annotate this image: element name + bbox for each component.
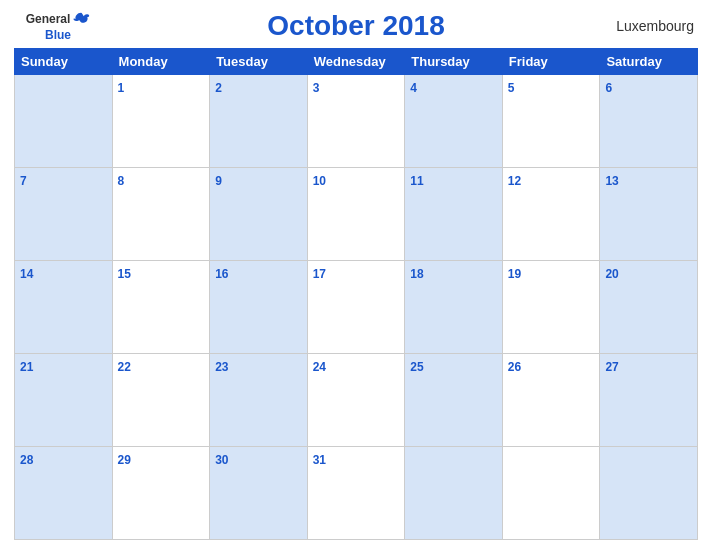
logo-bird-icon — [72, 10, 90, 28]
weekday-header-sunday: Sunday — [15, 49, 113, 75]
day-number: 24 — [313, 360, 326, 374]
day-number: 31 — [313, 453, 326, 467]
day-number: 2 — [215, 81, 222, 95]
week-row-3: 21222324252627 — [15, 354, 698, 447]
calendar-header: General Blue October 2018 Luxembourg — [14, 10, 698, 42]
calendar-cell: 8 — [112, 168, 210, 261]
calendar-cell: 17 — [307, 261, 405, 354]
calendar-cell: 7 — [15, 168, 113, 261]
calendar-cell: 9 — [210, 168, 308, 261]
day-number: 10 — [313, 174, 326, 188]
calendar-cell: 10 — [307, 168, 405, 261]
calendar-table: SundayMondayTuesdayWednesdayThursdayFrid… — [14, 48, 698, 540]
week-row-0: 123456 — [15, 75, 698, 168]
calendar-cell: 18 — [405, 261, 503, 354]
calendar-cell: 20 — [600, 261, 698, 354]
calendar-cell: 15 — [112, 261, 210, 354]
day-number: 12 — [508, 174, 521, 188]
day-number: 14 — [20, 267, 33, 281]
calendar-cell — [502, 447, 600, 540]
day-number: 15 — [118, 267, 131, 281]
weekday-header-saturday: Saturday — [600, 49, 698, 75]
weekday-header-friday: Friday — [502, 49, 600, 75]
day-number: 25 — [410, 360, 423, 374]
calendar-cell — [15, 75, 113, 168]
calendar-cell: 12 — [502, 168, 600, 261]
day-number: 28 — [20, 453, 33, 467]
calendar-cell: 1 — [112, 75, 210, 168]
calendar-cell: 6 — [600, 75, 698, 168]
calendar-cell: 23 — [210, 354, 308, 447]
day-number: 23 — [215, 360, 228, 374]
calendar-cell: 2 — [210, 75, 308, 168]
calendar-cell: 28 — [15, 447, 113, 540]
day-number: 20 — [605, 267, 618, 281]
calendar-cell: 13 — [600, 168, 698, 261]
calendar-cell: 29 — [112, 447, 210, 540]
day-number: 13 — [605, 174, 618, 188]
weekday-header-row: SundayMondayTuesdayWednesdayThursdayFrid… — [15, 49, 698, 75]
day-number: 18 — [410, 267, 423, 281]
day-number: 26 — [508, 360, 521, 374]
country-label: Luxembourg — [614, 18, 694, 34]
logo-blue-text: Blue — [45, 28, 71, 42]
week-row-2: 14151617181920 — [15, 261, 698, 354]
calendar-cell: 24 — [307, 354, 405, 447]
day-number: 21 — [20, 360, 33, 374]
calendar-cell: 31 — [307, 447, 405, 540]
day-number: 7 — [20, 174, 27, 188]
weekday-header-tuesday: Tuesday — [210, 49, 308, 75]
day-number: 29 — [118, 453, 131, 467]
calendar-cell: 22 — [112, 354, 210, 447]
calendar-cell — [405, 447, 503, 540]
calendar-cell: 5 — [502, 75, 600, 168]
day-number: 16 — [215, 267, 228, 281]
weekday-header-thursday: Thursday — [405, 49, 503, 75]
day-number: 1 — [118, 81, 125, 95]
calendar-cell: 19 — [502, 261, 600, 354]
calendar-cell: 11 — [405, 168, 503, 261]
day-number: 9 — [215, 174, 222, 188]
calendar-cell: 26 — [502, 354, 600, 447]
day-number: 22 — [118, 360, 131, 374]
calendar-cell: 16 — [210, 261, 308, 354]
weekday-header-wednesday: Wednesday — [307, 49, 405, 75]
calendar-cell: 14 — [15, 261, 113, 354]
day-number: 27 — [605, 360, 618, 374]
day-number: 3 — [313, 81, 320, 95]
logo-general-text: General — [26, 12, 71, 26]
calendar-cell: 27 — [600, 354, 698, 447]
day-number: 5 — [508, 81, 515, 95]
calendar-cell: 3 — [307, 75, 405, 168]
logo: General Blue — [18, 10, 98, 42]
day-number: 11 — [410, 174, 423, 188]
calendar-cell: 21 — [15, 354, 113, 447]
day-number: 8 — [118, 174, 125, 188]
calendar-title: October 2018 — [98, 10, 614, 42]
day-number: 19 — [508, 267, 521, 281]
weekday-header-monday: Monday — [112, 49, 210, 75]
week-row-4: 28293031 — [15, 447, 698, 540]
day-number: 17 — [313, 267, 326, 281]
calendar-cell: 25 — [405, 354, 503, 447]
week-row-1: 78910111213 — [15, 168, 698, 261]
calendar-cell: 30 — [210, 447, 308, 540]
day-number: 6 — [605, 81, 612, 95]
day-number: 30 — [215, 453, 228, 467]
day-number: 4 — [410, 81, 417, 95]
calendar-cell: 4 — [405, 75, 503, 168]
calendar-cell — [600, 447, 698, 540]
